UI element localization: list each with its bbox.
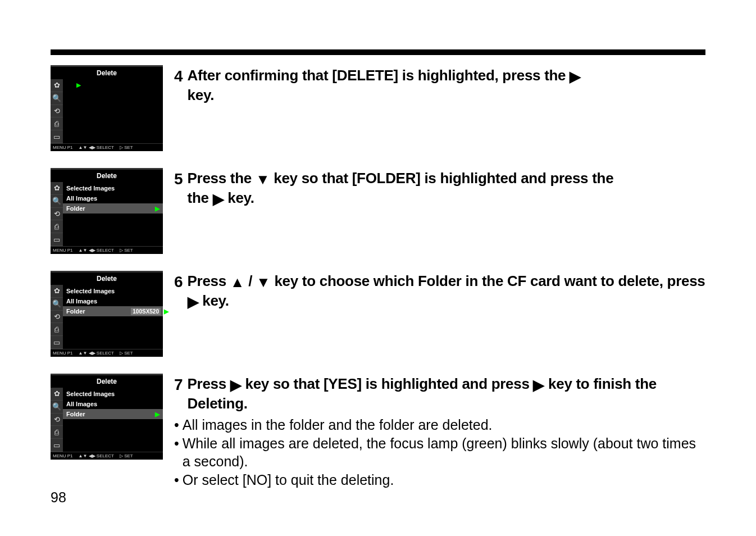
footer-select: ▲▼ ◀▶ SELECT <box>79 248 114 253</box>
step-4-text: 4 After confirming that [DELETE] is high… <box>174 65 705 104</box>
list-item: All Images <box>63 193 163 203</box>
row-step-6: Delete ✿ 🔍 ⟲ ⎙ ▭ Selected Images All Ima… <box>51 271 705 357</box>
screen-title: Delete <box>51 272 163 285</box>
bullet-dot: • <box>174 434 179 471</box>
list-item: All Images <box>63 296 163 306</box>
triangle-right-icon: ▶ <box>533 376 544 394</box>
palette-icon: ✿ <box>51 285 63 298</box>
screen-sidebar: ✿ 🔍 ⟲ ⎙ ▭ <box>51 285 63 349</box>
footer-set: ▷ SET <box>120 145 133 150</box>
footer-menu: MENU P1 <box>53 453 73 458</box>
palette-icon: ✿ <box>51 79 63 92</box>
top-rule <box>51 49 705 55</box>
list-item-highlighted: Folder ▶ <box>63 409 163 419</box>
right-arrow-icon: ▶ <box>155 205 160 212</box>
screen-footer: MENU P1 ▲▼ ◀▶ SELECT ▷ SET <box>51 143 163 151</box>
rotate-icon: ⟲ <box>51 208 63 221</box>
print-icon: ⎙ <box>51 117 63 130</box>
footer-select: ▲▼ ◀▶ SELECT <box>79 453 114 458</box>
footer-menu: MENU P1 <box>53 248 73 253</box>
camera-screen-delete-folder-value: Delete ✿ 🔍 ⟲ ⎙ ▭ Selected Images All Ima… <box>51 271 163 357</box>
screen-sidebar: ✿ 🔍 ⟲ ⎙ ▭ <box>51 388 63 452</box>
step-heading: Press ▲ / ▼ key to choose which Folder i… <box>188 272 705 311</box>
triangle-right-icon: ▶ <box>230 376 242 394</box>
magnify-icon: 🔍 <box>51 298 63 311</box>
page-content: Delete ✿ 🔍 ⟲ ⎙ ▭ ▶ MENU P1 ▲▼ ◀▶ SELECT … <box>51 65 705 489</box>
palette-icon: ✿ <box>51 182 63 195</box>
step-6-text: 6 Press ▲ / ▼ key to choose which Folder… <box>174 271 705 311</box>
screen-title: Delete <box>51 375 163 388</box>
magnify-icon: 🔍 <box>51 92 63 105</box>
step-heading: Press ▶ key so that [YES] is highlighted… <box>188 375 705 412</box>
list-item-highlighted: Folder 100SX520 ▶ <box>63 306 163 316</box>
list-item: Selected Images <box>63 286 163 296</box>
rotate-icon: ⟲ <box>51 105 63 118</box>
screen-main: Selected Images All Images Folder ▶ <box>63 182 163 246</box>
screen-sidebar: ✿ 🔍 ⟲ ⎙ ▭ <box>51 79 63 143</box>
step-number: 7 <box>174 375 183 412</box>
rotate-icon: ⟲ <box>51 311 63 324</box>
triangle-down-icon: ▼ <box>256 170 270 189</box>
step-7-bullets: •All images in the folder and the folder… <box>174 416 705 489</box>
magnify-icon: 🔍 <box>51 195 63 208</box>
triangle-up-icon: ▲ <box>230 273 244 292</box>
list-item-highlighted: Folder ▶ <box>63 203 163 214</box>
screen-footer: MENU P1 ▲▼ ◀▶ SELECT ▷ SET <box>51 452 163 460</box>
footer-set: ▷ SET <box>120 351 133 356</box>
triangle-right-icon: ▶ <box>188 293 199 311</box>
print-icon: ⎙ <box>51 323 63 336</box>
footer-menu: MENU P1 <box>53 351 73 356</box>
footer-select: ▲▼ ◀▶ SELECT <box>79 145 114 150</box>
row-step-5: Delete ✿ 🔍 ⟲ ⎙ ▭ Selected Images All Ima… <box>51 168 705 254</box>
screen-main: Selected Images All Images Folder 100SX5… <box>63 285 163 349</box>
footer-select: ▲▼ ◀▶ SELECT <box>79 351 114 356</box>
bullet-text: Or select [NO] to quit the deleting. <box>183 471 394 489</box>
footer-set: ▷ SET <box>120 248 133 253</box>
screen-footer: MENU P1 ▲▼ ◀▶ SELECT ▷ SET <box>51 246 163 254</box>
triangle-down-icon: ▼ <box>256 273 270 292</box>
list-item: Selected Images <box>63 389 163 399</box>
bullet-dot: • <box>174 471 179 489</box>
row-step-7: Delete ✿ 🔍 ⟲ ⎙ ▭ Selected Images All Ima… <box>51 374 705 489</box>
screen-title: Delete <box>51 170 163 182</box>
print-icon: ⎙ <box>51 220 63 233</box>
right-arrow-icon: ▶ <box>164 308 168 315</box>
camera-screen-delete-folder-2: Delete ✿ 🔍 ⟲ ⎙ ▭ Selected Images All Ima… <box>51 374 163 460</box>
screen-main: ▶ <box>63 79 163 143</box>
step-heading: After confirming that [DELETE] is highli… <box>188 66 581 104</box>
rotate-icon: ⟲ <box>51 414 63 426</box>
camera-screen-delete-empty: Delete ✿ 🔍 ⟲ ⎙ ▭ ▶ MENU P1 ▲▼ ◀▶ SELECT … <box>51 65 163 151</box>
right-arrow-icon: ▶ <box>155 411 160 418</box>
bullet-text: All images in the folder and the folder … <box>183 416 493 434</box>
screen-title: Delete <box>51 67 163 79</box>
camera-screen-delete-folder: Delete ✿ 🔍 ⟲ ⎙ ▭ Selected Images All Ima… <box>51 168 163 254</box>
row-step-4: Delete ✿ 🔍 ⟲ ⎙ ▭ ▶ MENU P1 ▲▼ ◀▶ SELECT … <box>51 65 705 151</box>
step-number: 5 <box>174 169 183 208</box>
folder-icon: ▭ <box>51 130 63 143</box>
folder-icon: ▭ <box>51 233 63 246</box>
triangle-right-icon: ▶ <box>570 67 581 86</box>
print-icon: ⎙ <box>51 426 63 439</box>
right-arrow-icon: ▶ <box>76 81 81 89</box>
bullet-text: While all images are deleted, the focus … <box>183 434 705 471</box>
step-heading: Press the ▼ key so that [FOLDER] is high… <box>188 169 614 208</box>
step-5-text: 5 Press the ▼ key so that [FOLDER] is hi… <box>174 168 705 208</box>
screen-main: Selected Images All Images Folder ▶ <box>63 388 163 452</box>
folder-icon: ▭ <box>51 336 63 349</box>
footer-menu: MENU P1 <box>53 145 73 150</box>
step-number: 4 <box>174 66 183 104</box>
list-item: Selected Images <box>63 183 163 193</box>
screen-footer: MENU P1 ▲▼ ◀▶ SELECT ▷ SET <box>51 349 163 357</box>
footer-set: ▷ SET <box>120 453 133 458</box>
bullet-dot: • <box>174 416 179 434</box>
list-item: All Images <box>63 399 163 409</box>
triangle-right-icon: ▶ <box>213 190 224 208</box>
magnify-icon: 🔍 <box>51 401 63 414</box>
step-7-text: 7 Press ▶ key so that [YES] is highlight… <box>174 374 705 489</box>
folder-value: 100SX520 <box>131 308 161 315</box>
step-number: 6 <box>174 272 183 311</box>
page-number: 98 <box>51 489 66 506</box>
folder-icon: ▭ <box>51 439 63 452</box>
palette-icon: ✿ <box>51 388 63 401</box>
screen-sidebar: ✿ 🔍 ⟲ ⎙ ▭ <box>51 182 63 246</box>
